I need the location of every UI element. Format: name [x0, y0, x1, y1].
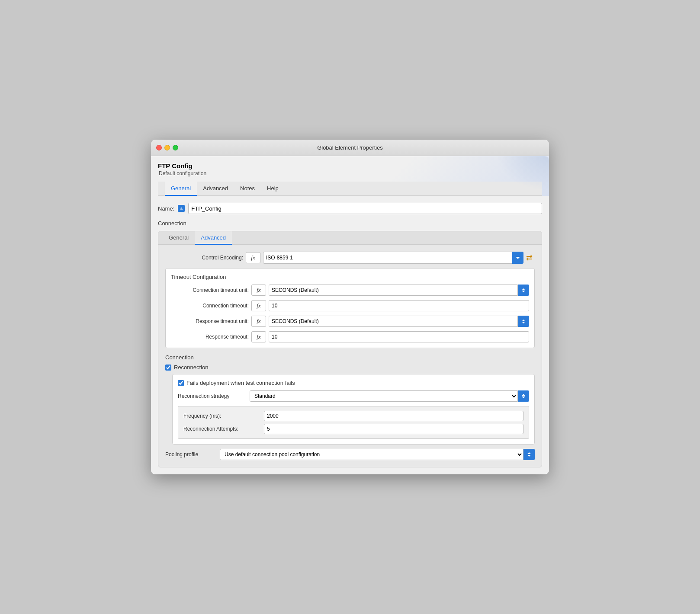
conn-timeout-unit-row: Connection timeout unit: fx SECONDS (Def…: [171, 285, 529, 296]
pooling-profile-select[interactable]: Use default connection pool configuratio…: [220, 449, 523, 460]
connection-section-inner: Connection Reconnection Fails deployment…: [165, 354, 535, 460]
tab-general-inner[interactable]: General: [163, 231, 195, 245]
fails-deployment-label: Fails deployment when test connection fa…: [186, 380, 295, 386]
control-encoding-dropdown-btn[interactable]: [512, 252, 523, 264]
inner-content: Control Encoding: fx ⇄ Timeout Configura…: [158, 245, 542, 467]
reconnection-strategy-label: Reconnection strategy: [178, 393, 247, 399]
control-encoding-select-wrapper: ⇄: [263, 252, 535, 264]
header-area: FTP Config Default configuration General…: [151, 156, 549, 196]
chevron-up-icon: [527, 452, 531, 454]
frequency-row: Frequency (ms):: [183, 411, 523, 421]
chevron-down-icon: [522, 322, 525, 323]
main-content: Name: a Connection General Advanced Cont…: [151, 196, 549, 474]
main-window: Global Element Properties FTP Config Def…: [151, 140, 549, 474]
tab-help-outer[interactable]: Help: [261, 182, 285, 196]
conn-timeout-unit-select[interactable]: SECONDS (Default) MILLISECONDS MINUTES: [269, 285, 518, 296]
tab-advanced-outer[interactable]: Advanced: [197, 182, 234, 196]
name-icon: a: [178, 205, 185, 212]
app-title: FTP Config: [158, 162, 542, 169]
chevron-down-icon: [516, 257, 520, 259]
outer-tabs: General Advanced Notes Help: [158, 182, 542, 196]
name-label: Name:: [158, 205, 174, 212]
tab-advanced-inner[interactable]: Advanced: [195, 231, 232, 245]
conn-timeout-unit-select-wrapper: SECONDS (Default) MILLISECONDS MINUTES: [269, 285, 529, 296]
reconnection-checkbox[interactable]: [165, 365, 171, 371]
reconnection-strategy-arrow[interactable]: [518, 390, 529, 402]
control-encoding-row: Control Encoding: fx ⇄: [165, 252, 535, 264]
conn-timeout-unit-label: Connection timeout unit:: [171, 287, 249, 293]
app-header: FTP Config Default configuration: [158, 162, 542, 176]
resp-timeout-unit-row: Response timeout unit: fx SECONDS (Defau…: [171, 316, 529, 327]
window-title: Global Element Properties: [317, 144, 383, 151]
app-subtitle: Default configuration: [158, 170, 542, 176]
frequency-input[interactable]: [264, 411, 523, 421]
resp-timeout-unit-fx[interactable]: fx: [251, 316, 266, 327]
resp-timeout-fx[interactable]: fx: [251, 331, 266, 342]
chevron-up-icon: [522, 320, 525, 321]
resp-timeout-unit-select[interactable]: SECONDS (Default) MILLISECONDS MINUTES: [269, 316, 518, 327]
inner-tabs: General Advanced: [158, 231, 542, 245]
timeout-section-label: Timeout Configuration: [171, 274, 529, 280]
chevron-down-icon: [522, 397, 525, 398]
resp-timeout-label: Response timeout:: [171, 334, 249, 340]
resp-timeout-unit-label: Response timeout unit:: [171, 318, 249, 324]
conn-timeout-input[interactable]: [269, 300, 529, 311]
control-encoding-label: Control Encoding:: [165, 255, 243, 261]
tab-notes-outer[interactable]: Notes: [234, 182, 261, 196]
fails-deployment-row: Fails deployment when test connection fa…: [178, 380, 529, 386]
pooling-profile-label: Pooling profile: [165, 451, 217, 457]
control-encoding-fx-btn[interactable]: fx: [246, 252, 260, 263]
chevron-up-icon: [522, 288, 525, 290]
reconnection-box: Fails deployment when test connection fa…: [172, 374, 535, 445]
conn-timeout-fx[interactable]: fx: [251, 300, 266, 311]
fails-deployment-checkbox[interactable]: [178, 380, 184, 386]
pooling-profile-row: Pooling profile Use default connection p…: [165, 449, 535, 460]
connection-section-label: Connection: [158, 220, 542, 227]
close-button[interactable]: [156, 145, 162, 150]
chevron-down-icon: [522, 291, 525, 292]
conn-timeout-unit-arrow[interactable]: [518, 285, 529, 296]
resp-timeout-unit-arrow[interactable]: [518, 316, 529, 327]
reconnection-attempts-row: Reconnection Attempts:: [183, 424, 523, 434]
resp-timeout-row: Response timeout: fx: [171, 331, 529, 342]
frequency-label: Frequency (ms):: [183, 413, 261, 419]
connection-box: General Advanced Control Encoding: fx ⇄: [158, 231, 542, 467]
pooling-profile-arrow[interactable]: [523, 449, 535, 460]
conn-timeout-row: Connection timeout: fx: [171, 300, 529, 311]
conn-timeout-label: Connection timeout:: [171, 303, 249, 309]
exchange-icon[interactable]: ⇄: [523, 252, 535, 263]
tab-general-outer[interactable]: General: [165, 182, 197, 196]
reconnection-attempts-label: Reconnection Attempts:: [183, 426, 261, 432]
reconnection-strategy-row: Reconnection strategy Standard Forever: [178, 390, 529, 402]
minimize-button[interactable]: [164, 145, 170, 150]
reconnection-strategy-select[interactable]: Standard Forever: [250, 390, 518, 402]
connection-inner-label: Connection: [165, 354, 535, 361]
reconnection-attempts-input[interactable]: [264, 424, 523, 434]
reconnection-checkbox-row: Reconnection: [165, 364, 535, 371]
name-input[interactable]: [188, 203, 542, 214]
conn-timeout-unit-fx[interactable]: fx: [251, 285, 266, 296]
resp-timeout-input[interactable]: [269, 331, 529, 342]
maximize-button[interactable]: [173, 145, 178, 150]
freq-attempts-box: Frequency (ms): Reconnection Attempts:: [178, 406, 529, 439]
traffic-lights: [156, 145, 178, 150]
reconnection-strategy-wrapper: Standard Forever: [250, 390, 529, 402]
control-encoding-input[interactable]: [263, 252, 512, 264]
timeout-section: Timeout Configuration Connection timeout…: [165, 268, 535, 348]
chevron-up-icon: [522, 394, 525, 396]
reconnection-label: Reconnection: [174, 364, 209, 371]
resp-timeout-unit-select-wrapper: SECONDS (Default) MILLISECONDS MINUTES: [269, 316, 529, 327]
pooling-select-wrapper: Use default connection pool configuratio…: [220, 449, 535, 460]
title-bar: Global Element Properties: [151, 140, 549, 156]
chevron-down-icon: [527, 455, 531, 457]
name-row: Name: a: [158, 203, 542, 214]
header-decoration: [497, 156, 549, 191]
